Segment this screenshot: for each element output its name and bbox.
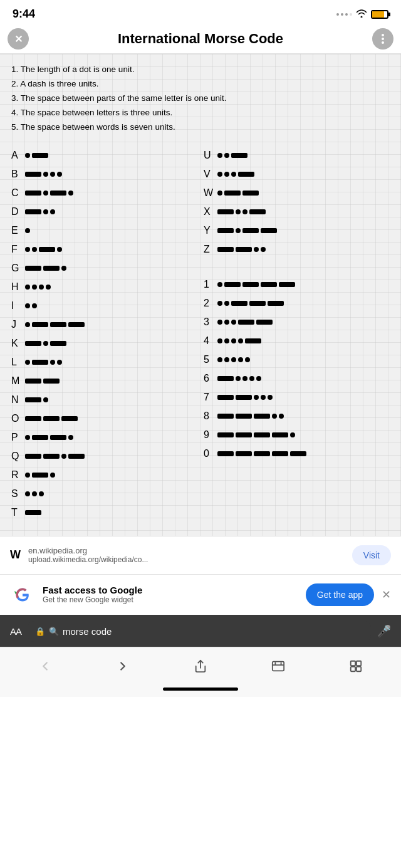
morse-row-O: O <box>11 410 197 427</box>
morse-row-C: C <box>11 185 197 201</box>
morse-row-I: I <box>11 298 197 314</box>
morse-row-F: F <box>11 241 197 258</box>
wiki-url: upload.wikimedia.org/wikipedia/co... <box>28 555 345 564</box>
morse-row-D: D <box>11 204 197 220</box>
bookmarks-button[interactable] <box>263 655 294 677</box>
lock-icon: 🔒 <box>35 627 45 636</box>
morse-row-E: E <box>11 222 197 239</box>
promo-subtitle: Get the new Google widget <box>43 595 298 604</box>
status-time: 9:44 <box>13 8 35 21</box>
morse-row-K: K <box>11 335 197 352</box>
browser-url-bar: AA 🔒 🔍 morse code 🎤 <box>0 615 401 647</box>
content-area: 1. The length of a dot is one unit. 2. A… <box>0 54 401 536</box>
url-text: morse code <box>63 626 112 637</box>
morse-row-W: W <box>204 185 390 201</box>
rules-list: 1. The length of a dot is one unit. 2. A… <box>11 63 390 135</box>
morse-row-M: M <box>11 373 197 389</box>
rule-3: 3. The space between parts of the same l… <box>11 92 390 106</box>
morse-row-6: 6 <box>204 370 390 387</box>
svg-rect-3 <box>357 661 361 665</box>
wifi-icon <box>356 9 367 20</box>
signal-dots-icon <box>336 13 352 16</box>
morse-row-A: A <box>11 147 197 164</box>
url-bar[interactable]: 🔒 🔍 morse code <box>28 621 371 642</box>
back-button[interactable] <box>29 655 61 677</box>
svg-rect-5 <box>357 667 361 671</box>
more-button[interactable] <box>372 28 393 50</box>
aa-button[interactable]: AA <box>10 626 21 637</box>
morse-row-4: 4 <box>204 333 390 349</box>
morse-row-B: B <box>11 166 197 182</box>
morse-row-P: P <box>11 429 197 446</box>
tabs-button[interactable] <box>340 655 372 677</box>
rule-4: 4. The space between letters is three un… <box>11 106 390 120</box>
morse-row-L: L <box>11 354 197 370</box>
morse-row-2: 2 <box>204 295 390 311</box>
morse-row-V: V <box>204 166 390 182</box>
wiki-domain: en.wikipedia.org <box>28 546 345 555</box>
morse-row-U: U <box>204 147 390 164</box>
morse-row-Q: Q <box>11 448 197 464</box>
get-app-button[interactable]: Get the app <box>306 583 374 606</box>
morse-row-J: J <box>11 316 197 333</box>
rule-2: 2. A dash is three units. <box>11 77 390 92</box>
morse-row-R: R <box>11 467 197 483</box>
morse-row-0: 0 <box>204 446 390 462</box>
page-title: International Morse Code <box>35 31 366 47</box>
morse-row-X: X <box>204 204 390 220</box>
morse-row-3: 3 <box>204 314 390 330</box>
morse-row-Z: Z <box>204 241 390 258</box>
morse-row-S: S <box>11 486 197 502</box>
morse-row-Y: Y <box>204 222 390 239</box>
forward-button[interactable] <box>107 655 138 677</box>
morse-table: A B C D <box>11 147 390 523</box>
morse-row-1: 1 <box>204 276 390 293</box>
svg-rect-2 <box>351 661 355 665</box>
morse-row-8: 8 <box>204 408 390 424</box>
google-logo <box>10 582 35 607</box>
morse-row-H: H <box>11 279 197 295</box>
morse-row-N: N <box>11 392 197 408</box>
battery-icon <box>371 10 388 19</box>
share-button[interactable] <box>185 655 216 677</box>
promo-close-button[interactable]: ✕ <box>382 588 391 602</box>
status-icons <box>336 9 388 20</box>
morse-row-9: 9 <box>204 427 390 443</box>
search-icon: 🔍 <box>49 627 59 636</box>
morse-row-G: G <box>11 260 197 276</box>
morse-row-7: 7 <box>204 389 390 405</box>
morse-col-left: A B C D <box>11 147 197 523</box>
rule-1: 1. The length of a dot is one unit. <box>11 63 390 77</box>
wikipedia-logo: W <box>10 548 21 562</box>
microphone-button[interactable]: 🎤 <box>377 624 391 638</box>
wiki-info: en.wikipedia.org upload.wikimedia.org/wi… <box>28 546 345 564</box>
home-bar <box>163 688 238 691</box>
nav-bar <box>0 647 401 682</box>
morse-col-right: U V W X <box>204 147 390 523</box>
svg-rect-4 <box>351 667 355 671</box>
morse-row-5: 5 <box>204 352 390 368</box>
wiki-bar: W en.wikipedia.org upload.wikimedia.org/… <box>0 536 401 574</box>
status-bar: 9:44 <box>0 0 401 24</box>
promo-title: Fast access to Google <box>43 585 298 595</box>
promo-text: Fast access to Google Get the new Google… <box>43 585 298 604</box>
visit-button[interactable]: Visit <box>352 545 391 565</box>
home-indicator <box>0 682 401 697</box>
close-button[interactable]: ✕ <box>8 28 29 50</box>
rule-5: 5. The space between words is seven unit… <box>11 120 390 135</box>
morse-row-T: T <box>11 505 197 521</box>
browser-topbar: ✕ International Morse Code <box>0 24 401 54</box>
promo-bar: Fast access to Google Get the new Google… <box>0 574 401 615</box>
